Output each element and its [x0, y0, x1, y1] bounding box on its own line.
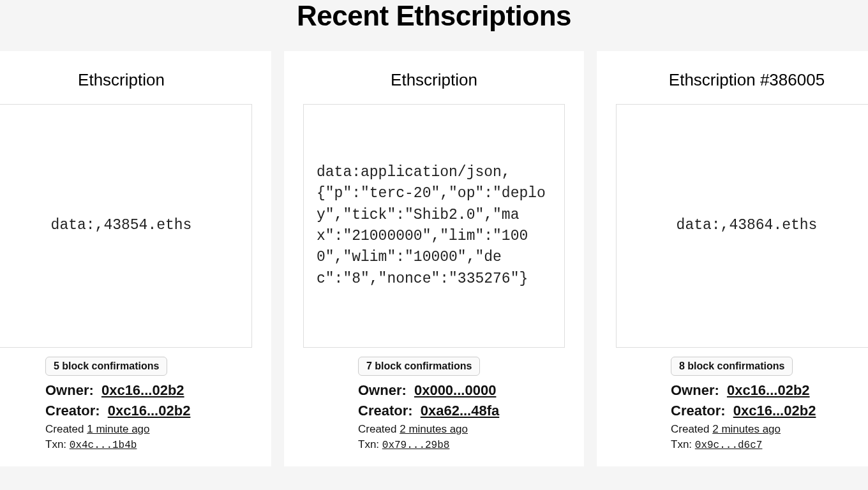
meta-block: 7 block confirmations Owner: 0x000...000… [303, 357, 565, 451]
owner-label: Owner: [671, 382, 719, 398]
ethscription-card[interactable]: Ethscription data:application/json,{"p":… [284, 51, 584, 466]
txn-label: Txn: [671, 438, 692, 450]
txn-line: Txn: 0x4c...1b4b [45, 438, 252, 451]
card-title: Ethscription [303, 70, 565, 90]
content-text: data:,43864.eths [629, 215, 864, 236]
created-label: Created [671, 423, 709, 435]
creator-line: Creator: 0xc16...02b2 [671, 403, 868, 419]
creator-label: Creator: [671, 403, 726, 419]
card-title: Ethscription #386005 [616, 70, 868, 90]
creator-link[interactable]: 0xa62...48fa [421, 403, 500, 419]
content-box: data:,43864.eths [616, 104, 868, 348]
confirmations-badge: 5 block confirmations [45, 357, 167, 376]
created-line: Created 1 minute ago [45, 423, 252, 436]
creator-label: Creator: [45, 403, 100, 419]
owner-link[interactable]: 0x000...0000 [414, 382, 496, 398]
txn-line: Txn: 0x79...29b8 [358, 438, 565, 451]
creator-line: Creator: 0xc16...02b2 [45, 403, 252, 419]
content-text: data:,43854.eths [4, 215, 239, 236]
txn-label: Txn: [45, 438, 66, 450]
txn-link[interactable]: 0x79...29b8 [382, 440, 450, 451]
ethscription-card[interactable]: Ethscription data:,43854.eths 5 block co… [0, 51, 271, 466]
owner-label: Owner: [45, 382, 94, 398]
owner-line: Owner: 0xc16...02b2 [671, 382, 868, 399]
content-text: data:application/json,{"p":"terc-20","op… [317, 162, 551, 290]
owner-label: Owner: [358, 382, 407, 398]
card-title: Ethscription [0, 70, 252, 90]
creator-link[interactable]: 0xc16...02b2 [108, 403, 191, 419]
txn-link[interactable]: 0x9c...d6c7 [695, 440, 763, 451]
created-time-link[interactable]: 1 minute ago [87, 423, 149, 435]
created-time-link[interactable]: 2 minutes ago [400, 423, 468, 435]
creator-label: Creator: [358, 403, 413, 419]
confirmations-badge: 7 block confirmations [358, 357, 480, 376]
creator-link[interactable]: 0xc16...02b2 [733, 403, 816, 419]
owner-link[interactable]: 0xc16...02b2 [727, 382, 810, 398]
content-box: data:application/json,{"p":"terc-20","op… [303, 104, 565, 348]
created-time-link[interactable]: 2 minutes ago [712, 423, 781, 435]
meta-block: 5 block confirmations Owner: 0xc16...02b… [0, 357, 252, 451]
meta-block: 8 block confirmations Owner: 0xc16...02b… [616, 357, 868, 451]
owner-line: Owner: 0xc16...02b2 [45, 382, 252, 399]
owner-line: Owner: 0x000...0000 [358, 382, 565, 399]
txn-label: Txn: [358, 438, 379, 450]
creator-line: Creator: 0xa62...48fa [358, 403, 565, 419]
txn-line: Txn: 0x9c...d6c7 [671, 438, 868, 451]
txn-link[interactable]: 0x4c...1b4b [70, 440, 137, 451]
owner-link[interactable]: 0xc16...02b2 [101, 382, 184, 398]
ethscription-card[interactable]: Ethscription #386005 data:,43864.eths 8 … [597, 51, 868, 466]
created-line: Created 2 minutes ago [358, 423, 565, 436]
created-line: Created 2 minutes ago [671, 423, 868, 436]
confirmations-badge: 8 block confirmations [671, 357, 793, 376]
created-label: Created [45, 423, 84, 435]
content-box: data:,43854.eths [0, 104, 252, 348]
cards-row: Ethscription data:,43854.eths 5 block co… [0, 51, 868, 466]
created-label: Created [358, 423, 396, 435]
page-title: Recent Ethscriptions [0, 0, 868, 51]
